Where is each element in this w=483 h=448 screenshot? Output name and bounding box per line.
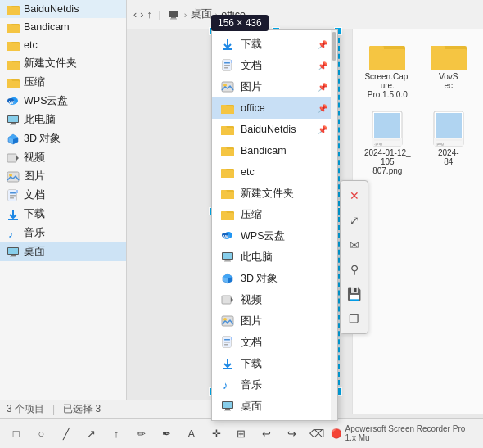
undo-tool[interactable]: ↩: [255, 422, 278, 445]
dropdown-item-desktop2[interactable]: 桌面: [212, 396, 337, 417]
sidebar-label: 视频: [24, 151, 45, 165]
erase-tool[interactable]: ⌫: [305, 422, 328, 445]
pen-tool[interactable]: ✏: [130, 422, 153, 445]
redo-tool[interactable]: ↪: [280, 422, 303, 445]
expand-button[interactable]: ⤢: [343, 209, 366, 232]
dropdown-item-wps-cloud2[interactable]: W WPS云盘: [212, 225, 337, 247]
dropdown-item-bandicam2[interactable]: Bandicam: [212, 140, 337, 161]
svg-rect-75: [221, 170, 234, 178]
sidebar-item-pictures[interactable]: 图片: [0, 167, 126, 186]
close-button[interactable]: ✕: [343, 184, 366, 207]
video-icon: [7, 152, 20, 165]
sidebar-label: 3D 对象: [24, 132, 61, 146]
breadcrumb-desktop[interactable]: 桌面: [191, 7, 212, 21]
svg-rect-19: [7, 79, 12, 82]
save-button[interactable]: 💾: [343, 283, 366, 305]
line-tool[interactable]: ╱: [55, 422, 78, 445]
arrow-up-tool[interactable]: ↑: [105, 422, 128, 445]
mail-button[interactable]: ✉: [343, 233, 366, 256]
dropdown-item-music2[interactable]: ♪ 音乐: [212, 374, 337, 396]
dropdown-label: 下载: [241, 38, 312, 52]
folder-icon: [220, 122, 235, 137]
svg-rect-115: [369, 46, 384, 51]
dropdown-item-downloads3[interactable]: 下载: [212, 353, 337, 374]
dropdown-item-pictures3[interactable]: 图片: [212, 310, 337, 332]
dropdown-item-office[interactable]: office 📌: [212, 97, 337, 119]
nav-forward[interactable]: ›: [140, 9, 143, 20]
file-label: Screen.Capture.Pro.1.5.0.0: [363, 72, 413, 99]
svg-rect-84: [221, 211, 227, 214]
scrollbar[interactable]: [331, 30, 337, 420]
rect-tool[interactable]: □: [5, 422, 28, 445]
svg-rect-117: [431, 49, 467, 70]
pin-button[interactable]: ⚲: [343, 258, 366, 281]
dropdown-item-documents2[interactable]: 文档 📌: [212, 55, 337, 76]
file-item-screenshot2[interactable]: .png 2024-84: [421, 107, 477, 179]
sidebar-item-this-pc[interactable]: 此电脑: [0, 111, 126, 129]
svg-rect-56: [224, 65, 230, 66]
folder-icon: [7, 76, 20, 89]
svg-rect-79: [221, 192, 234, 199]
sidebar-item-baidunetdis[interactable]: BaiduNetdis: [0, 0, 126, 18]
dropdown-item-etc2[interactable]: etc: [212, 161, 337, 183]
video-icon: [220, 292, 235, 307]
dropdown-item-video2[interactable]: 视频: [212, 289, 337, 310]
text-tool[interactable]: A: [180, 422, 203, 445]
sidebar-item-compress[interactable]: 压缩: [0, 73, 126, 92]
copy-button[interactable]: ❐: [343, 307, 366, 330]
download-icon: [220, 356, 235, 371]
ellipse-tool[interactable]: ○: [30, 422, 53, 445]
sidebar-item-3d-objects[interactable]: 3D 对象: [0, 129, 126, 148]
sidebar-item-video[interactable]: 视频: [0, 148, 126, 167]
sidebar-item-downloads[interactable]: 下载: [0, 205, 126, 224]
folder-icon: [220, 101, 235, 115]
dropdown-item-compress2[interactable]: 压缩: [212, 204, 337, 225]
sidebar-label: 文档: [24, 188, 45, 202]
dropdown-item-new-folder2[interactable]: 新建文件夹: [212, 183, 337, 204]
dropdown-item-pictures2[interactable]: 图片 📌: [212, 76, 337, 97]
file-item-screenshot1[interactable]: .png 2024-01-12_105807.png: [359, 107, 416, 179]
download-icon: [220, 37, 235, 52]
svg-rect-68: [221, 126, 227, 129]
dropdown-item-downloads2[interactable]: 下载 📌: [212, 34, 337, 55]
file-item-vovs[interactable]: VovSec: [421, 36, 477, 102]
sidebar-label: etc: [24, 39, 38, 51]
dropdown-label: 压缩: [241, 208, 327, 222]
sidebar-item-desktop[interactable]: 桌面: [0, 242, 126, 261]
arrow-right-tool[interactable]: ↗: [80, 422, 103, 445]
svg-marker-97: [231, 297, 233, 302]
sidebar-label: 下载: [24, 207, 45, 221]
sidebar-item-wps-cloud[interactable]: W WPS云盘: [0, 92, 126, 111]
sidebar-item-music[interactable]: ♪ 音乐: [0, 224, 126, 242]
marker-tool[interactable]: ✒: [155, 422, 178, 445]
folder-icon: [220, 207, 235, 222]
svg-rect-31: [7, 154, 16, 162]
nav-up[interactable]: ↑: [147, 9, 151, 20]
svg-rect-11: [7, 42, 12, 44]
dropdown-item-baidunetdis2[interactable]: BaiduNetdis 📌: [212, 119, 337, 140]
svg-rect-114: [369, 49, 405, 70]
svg-rect-90: [223, 253, 232, 259]
sidebar-label: 此电脑: [24, 113, 56, 127]
dropdown-item-this-pc2[interactable]: 此电脑: [212, 247, 337, 268]
scrollbar-thumb[interactable]: [332, 32, 336, 61]
svg-rect-3: [7, 6, 12, 8]
sidebar-item-new-folder[interactable]: 新建文件夹: [0, 54, 126, 73]
capture-tool[interactable]: ✛: [205, 422, 228, 445]
dropdown-item-3d-objects2[interactable]: 3D 对象: [212, 268, 337, 289]
wps-icon: W: [7, 95, 20, 108]
svg-rect-83: [221, 213, 234, 220]
sidebar-item-documents[interactable]: 文档: [0, 186, 126, 205]
dropdown-label: 图片: [241, 80, 312, 94]
grid-tool[interactable]: ⊞: [230, 422, 253, 445]
pin-icon: 📌: [318, 40, 327, 49]
sidebar-item-bandicam[interactable]: Bandicam: [0, 18, 126, 36]
nav-back[interactable]: ‹: [133, 9, 137, 20]
dropdown-item-documents3[interactable]: 文档: [212, 332, 337, 353]
breadcrumb-computer[interactable]: [168, 8, 181, 20]
sidebar-item-etc[interactable]: etc: [0, 36, 126, 54]
svg-marker-32: [16, 156, 19, 161]
computer-icon: [220, 250, 235, 265]
file-item-screen-capture[interactable]: Screen.Capture.Pro.1.5.0.0: [359, 36, 416, 102]
svg-text:.png: .png: [374, 141, 382, 146]
